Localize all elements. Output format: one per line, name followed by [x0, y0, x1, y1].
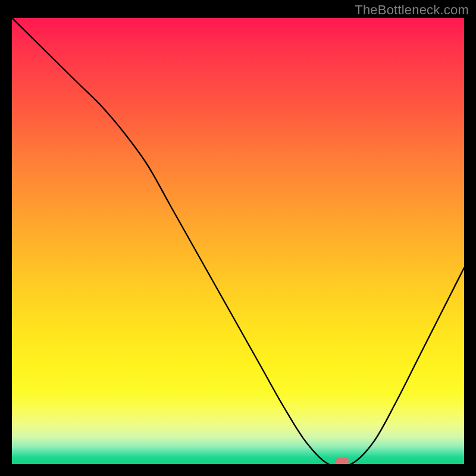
plot-area: [12, 18, 464, 464]
chart-frame: TheBottleneck.com: [0, 0, 476, 476]
watermark-text: TheBottleneck.com: [355, 2, 469, 18]
optimum-marker: [336, 458, 349, 464]
gradient-background: [12, 18, 464, 464]
